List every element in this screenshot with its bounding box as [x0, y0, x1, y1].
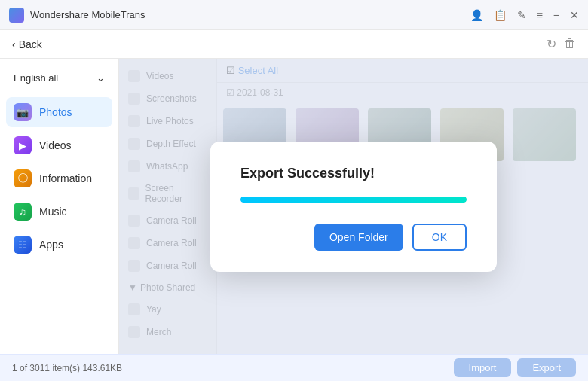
main-layout: English all ⌄ 📷 Photos ▶ Videos ⓘ Inform…	[0, 59, 588, 354]
bottom-actions: Import Export	[454, 358, 576, 377]
sidebar-item-photos[interactable]: 📷 Photos	[6, 97, 112, 127]
sidebar-item-label-photos: Photos	[39, 106, 72, 118]
backbar: ‹ Back ↻ 🗑	[0, 30, 588, 59]
sidebar-item-apps[interactable]: ☷ Apps	[6, 230, 112, 260]
menu-icon[interactable]: ≡	[537, 9, 543, 21]
user-icon[interactable]: 👤	[470, 9, 483, 21]
photos-icon: 📷	[14, 103, 32, 121]
dialog-title: Export Successfully!	[240, 166, 467, 181]
sidebar-item-label-info: Information	[39, 172, 92, 184]
chevron-down-icon: ⌄	[96, 72, 105, 84]
apps-icon: ☷	[14, 236, 32, 254]
sidebar-item-label-videos: Videos	[39, 139, 72, 151]
back-label: Back	[19, 38, 42, 50]
open-folder-button[interactable]: Open Folder	[314, 224, 403, 251]
sidebar-item-videos[interactable]: ▶ Videos	[6, 130, 112, 160]
bottom-bar: 1 of 3011 item(s) 143.61KB Import Export	[0, 354, 588, 381]
sidebar-item-information[interactable]: ⓘ Information	[6, 163, 112, 194]
titlebar-right: 👤 📋 ✎ ≡ − ✕	[470, 9, 579, 21]
sidebar-item-music[interactable]: ♫ Music	[6, 197, 112, 227]
refresh-icon[interactable]: ↻	[547, 37, 556, 51]
language-selector[interactable]: English all ⌄	[6, 68, 112, 88]
app-icon	[9, 8, 24, 23]
videos-icon: ▶	[14, 136, 32, 154]
progress-bar-fill	[240, 197, 467, 203]
delete-icon[interactable]: 🗑	[564, 37, 576, 51]
dialog-actions: Open Folder OK	[240, 224, 467, 251]
content-area: Videos Screenshots Live Photos Depth Eff…	[119, 59, 588, 354]
sidebar: English all ⌄ 📷 Photos ▶ Videos ⓘ Inform…	[0, 59, 119, 354]
import-button[interactable]: Import	[454, 358, 512, 377]
edit-icon[interactable]: ✎	[517, 9, 526, 21]
lang-label: English all	[14, 72, 58, 84]
info-icon: ⓘ	[14, 169, 32, 187]
close-icon[interactable]: ✕	[570, 9, 579, 21]
dialog-backdrop: Export Successfully! Open Folder OK	[119, 59, 588, 354]
back-button[interactable]: ‹ Back	[12, 38, 42, 50]
sidebar-item-label-apps: Apps	[39, 239, 63, 251]
titlebar: Wondershare MobileTrans 👤 📋 ✎ ≡ − ✕	[0, 0, 588, 30]
bottom-info: 1 of 3011 item(s) 143.61KB	[12, 363, 122, 373]
sidebar-item-label-music: Music	[39, 206, 67, 218]
minimize-icon[interactable]: −	[553, 9, 559, 21]
backbar-actions: ↻ 🗑	[547, 37, 576, 51]
export-success-dialog: Export Successfully! Open Folder OK	[210, 142, 497, 272]
app-title: Wondershare MobileTrans	[30, 9, 145, 20]
ok-button[interactable]: OK	[412, 224, 467, 251]
music-icon: ♫	[14, 203, 32, 221]
back-arrow-icon: ‹	[12, 38, 16, 50]
bookmark-icon[interactable]: 📋	[494, 9, 507, 21]
progress-bar-container	[240, 197, 467, 203]
export-button[interactable]: Export	[517, 358, 576, 377]
titlebar-left: Wondershare MobileTrans	[9, 8, 145, 23]
